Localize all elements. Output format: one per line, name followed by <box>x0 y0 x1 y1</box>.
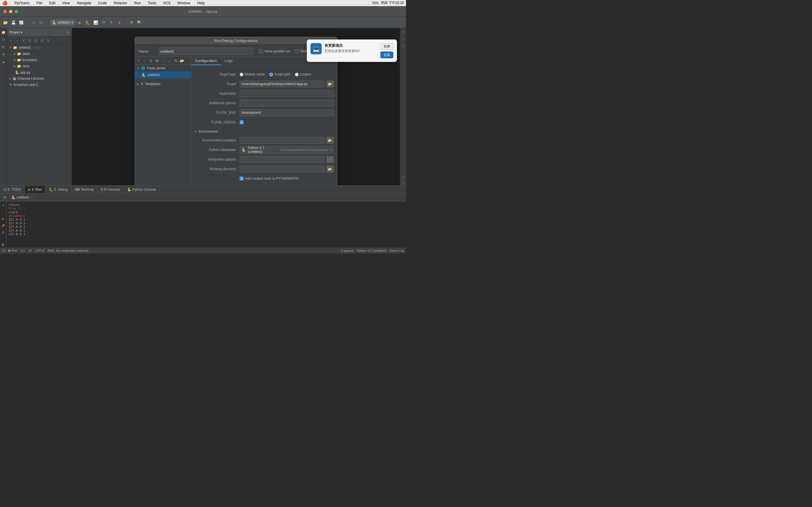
menu-edit[interactable]: Edit <box>48 1 56 5</box>
back-icon[interactable]: ◁ <box>30 19 36 25</box>
python-interpreter-select[interactable]: 🐍 Python 3.7 (untitled1) ~/Desktop/untit… <box>240 146 334 154</box>
sync-icon[interactable]: 🔄 <box>18 19 24 25</box>
radio-module-name[interactable]: Module name <box>240 72 265 76</box>
save-icon[interactable]: 💾 <box>10 19 16 25</box>
ct-sort-icon[interactable]: ⇅ <box>173 58 179 64</box>
tab-r-console[interactable]: R R Console <box>97 186 124 193</box>
run-icon[interactable]: ▶ <box>77 19 83 25</box>
rg-hierarchy-icon[interactable]: ⊞ <box>400 43 406 48</box>
rg-close-icon[interactable]: ✕ <box>400 174 406 180</box>
ct-untitled1[interactable]: 🐍 untitled1 <box>135 71 191 78</box>
menu-file[interactable]: File <box>35 1 43 5</box>
menu-refactor[interactable]: Refactor <box>112 1 129 5</box>
additional-options-input[interactable] <box>240 100 334 107</box>
status-python[interactable]: Python 3.7 (untitled1) <box>357 249 387 252</box>
minimize-button[interactable] <box>9 10 12 13</box>
add-content-roots-checkbox[interactable]: ✓ <box>240 177 244 180</box>
sidebar-aws-icon[interactable]: ☁ <box>0 59 6 65</box>
tab-configuration[interactable]: Configuration <box>191 57 221 65</box>
profile-icon[interactable]: ⏱ <box>100 19 107 25</box>
tree-templates[interactable]: ▶ 📁 templates <box>7 57 71 63</box>
status-event-log[interactable]: Event Log <box>390 249 404 252</box>
working-dir-input[interactable] <box>240 166 324 172</box>
ct-remove-icon[interactable]: − <box>142 58 148 64</box>
env-vars-browse-btn[interactable]: 📂 <box>326 137 334 144</box>
sidebar-favorites-icon[interactable]: ★ <box>0 51 6 57</box>
edit-configs-icon[interactable]: ✎ <box>108 19 114 25</box>
ct-folder-icon[interactable]: 📂 <box>179 58 185 64</box>
menu-help[interactable]: Help <box>196 1 206 5</box>
tab-python-console[interactable]: 🐍 Python Console <box>124 186 160 193</box>
menu-window[interactable]: Window <box>176 1 192 5</box>
target-browse-btn[interactable]: 📂 <box>326 80 334 87</box>
menu-code[interactable]: Code <box>97 1 108 5</box>
vcs-update-icon[interactable]: ⚒ <box>128 19 135 25</box>
debug-icon[interactable]: 🐛 <box>85 19 91 25</box>
forward-icon[interactable]: ▷ <box>38 19 44 25</box>
application-input[interactable] <box>240 90 334 97</box>
collapse-icon[interactable]: ⊟ <box>33 38 39 43</box>
sidebar-structure-icon[interactable]: ⊞ <box>0 44 6 50</box>
project-panel-header[interactable]: Project ▾ ⚙ <box>7 28 71 37</box>
run-side-settings-icon[interactable]: ⚙ <box>0 230 6 235</box>
sort-icon[interactable]: ⇅ <box>45 38 51 43</box>
menu-pycharm[interactable]: PyCharm <box>13 1 31 5</box>
run-config-select[interactable]: 🐍 untitled1 ▾ <box>50 20 75 25</box>
tree-app-py[interactable]: 🐍 app.py <box>7 69 71 75</box>
rg-database-icon[interactable]: 🗄 <box>400 29 406 35</box>
apple-menu[interactable]: 🍎 <box>2 1 8 6</box>
menu-vcs[interactable]: VCS <box>162 1 172 5</box>
add-item-icon[interactable]: + <box>8 38 14 43</box>
ct-add-icon[interactable]: + <box>136 58 142 64</box>
run-side-trash-icon[interactable]: 🗑 <box>0 242 6 247</box>
interpreter-options-input[interactable] <box>240 156 324 163</box>
tab-logs[interactable]: Logs <box>221 57 237 65</box>
radio-script-path[interactable]: Script path <box>269 72 290 76</box>
sidebar-project-icon[interactable]: 📁 <box>0 29 6 36</box>
rg-scview-icon[interactable]: ☰ <box>400 180 406 185</box>
close-button[interactable] <box>3 10 7 13</box>
store-as-project-checkbox[interactable] <box>295 49 299 53</box>
flask-env-input[interactable] <box>240 109 334 116</box>
allow-parallel-checkbox[interactable] <box>259 49 263 53</box>
open-folder-icon[interactable]: 📂 <box>2 19 8 25</box>
tab-terminal[interactable]: ⌨ Terminal <box>71 186 97 193</box>
gear-icon[interactable]: ⚙ <box>66 31 69 34</box>
menu-view[interactable]: View <box>61 1 71 5</box>
rg-help-icon[interactable]: ? <box>400 36 406 42</box>
stop-icon[interactable]: ■ <box>116 19 122 25</box>
run-side-rerun-icon[interactable]: ↺ <box>0 203 6 208</box>
ct-up-icon[interactable]: ↑ <box>161 58 166 64</box>
target-input[interactable] <box>240 80 324 87</box>
menu-navigate[interactable]: Navigate <box>76 1 93 5</box>
run-side-up-icon[interactable]: ↑ <box>0 209 6 215</box>
run-config-tab-item[interactable]: 🐍 untitled1 ✕ <box>10 193 35 201</box>
environment-section[interactable]: ▼ Environment <box>195 128 334 135</box>
sidebar-commit-icon[interactable]: ☑ <box>0 37 6 43</box>
add-content-roots-label[interactable]: ✓ Add content roots to PYTHONPATH <box>240 177 299 180</box>
name-input[interactable] <box>158 48 253 55</box>
notif-install-btn[interactable]: 安装 <box>380 52 393 58</box>
status-indent[interactable]: 4 spaces <box>341 249 354 252</box>
ct-flask-server[interactable]: ▼ 🌐 Flask server <box>135 65 191 71</box>
working-dir-browse-btn[interactable]: 📂 <box>326 166 334 172</box>
remove-item-icon[interactable]: − <box>14 38 20 43</box>
flask-debug-checkbox[interactable]: ✓ <box>240 120 244 124</box>
allow-parallel-label[interactable]: Allow parallel run <box>259 49 290 53</box>
maximize-button[interactable] <box>15 10 18 13</box>
search-icon[interactable]: 🔍 <box>136 19 142 25</box>
ct-settings-icon[interactable]: ⚙ <box>154 58 160 64</box>
tree-static[interactable]: ▶ 📁 static <box>7 51 71 57</box>
tree-venv[interactable]: ▶ 📁 venv <box>7 63 71 69</box>
run-side-stop-icon[interactable]: ■ <box>0 216 6 222</box>
notif-close-btn[interactable]: 关闭 <box>380 43 393 50</box>
settings-icon[interactable]: ⚙ <box>27 38 33 43</box>
tree-scratches[interactable]: ✎ Scratches and C... <box>7 82 71 88</box>
radio-custom[interactable]: Custom <box>295 72 311 76</box>
copy-path-icon[interactable]: ⎘ <box>20 38 26 43</box>
interpreter-options-expand-btn[interactable]: ⤢ <box>326 156 334 163</box>
env-vars-input[interactable] <box>240 137 324 144</box>
tree-external-libs[interactable]: ▶ 📚 External Libraries <box>7 75 71 82</box>
run-side-pin-icon[interactable]: 📌 <box>0 223 6 228</box>
run-with-coverage-icon[interactable]: 📊 <box>93 19 99 25</box>
